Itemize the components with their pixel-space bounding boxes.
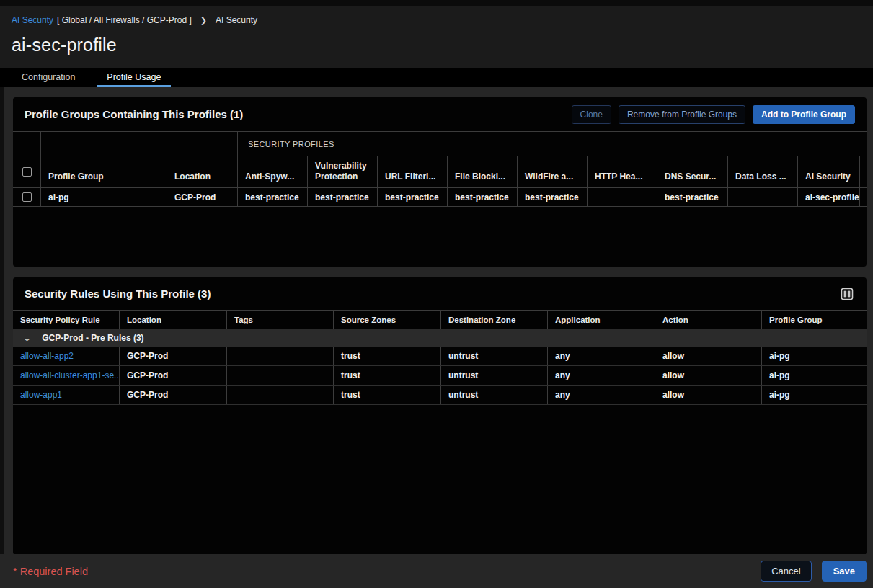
cell-destination-zone: untrust: [441, 366, 548, 385]
rule-link[interactable]: allow-app1: [20, 390, 62, 400]
profile-groups-panel: Profile Groups Containing This Profiles …: [13, 97, 867, 267]
rule-link[interactable]: allow-all-cluster-app1-se...: [20, 370, 120, 380]
column-header-ai-security[interactable]: AI Security: [798, 156, 860, 187]
footer-actions: Cancel Save: [761, 561, 867, 582]
cell-tags: [227, 366, 334, 385]
cell-ai-security: ai-sec-profile: [798, 188, 860, 206]
cell-action: allow: [655, 366, 762, 385]
save-button[interactable]: Save: [822, 561, 867, 582]
row-checkbox[interactable]: [22, 192, 32, 202]
profile-groups-panel-title: Profile Groups Containing This Profiles …: [25, 108, 572, 120]
app-window: AI Security [ Global / All Firewalls / G…: [0, 0, 873, 588]
rule-link[interactable]: allow-all-app2: [20, 351, 74, 361]
cell-location: GCP-Prod: [120, 386, 227, 404]
cell-profile-group: ai-pg: [762, 386, 867, 404]
add-to-profile-group-button[interactable]: Add to Profile Group: [753, 105, 855, 124]
table-row[interactable]: allow-all-app2 GCP-Prod trust untrust an…: [13, 347, 867, 366]
breadcrumb-current: AI Security: [216, 15, 257, 25]
security-profiles-group-label: SECURITY PROFILES: [238, 132, 867, 156]
column-header-tags[interactable]: Tags: [227, 311, 334, 329]
cell-profile-group: ai-pg: [762, 347, 867, 365]
column-header-source-zones[interactable]: Source Zones: [334, 311, 441, 329]
cell-source-zones: trust: [334, 347, 441, 365]
left-edge-strip: [0, 87, 4, 588]
column-header-action[interactable]: Action: [655, 311, 762, 329]
cell-application: any: [548, 386, 655, 404]
column-settings-icon[interactable]: [839, 286, 855, 302]
group-header-spacer: [13, 132, 41, 156]
cell-data-loss: [728, 188, 798, 206]
column-header-wildfire[interactable]: WildFire a...: [518, 156, 588, 187]
column-header-dns-security[interactable]: DNS Secur...: [657, 156, 728, 187]
breadcrumb: AI Security [ Global / All Firewalls / G…: [12, 12, 873, 28]
cancel-button[interactable]: Cancel: [761, 561, 811, 582]
content-area: Profile Groups Containing This Profiles …: [0, 87, 873, 588]
chevron-right-icon: ❯: [200, 16, 207, 25]
column-header-anti-spyware[interactable]: Anti-Spyw...: [238, 156, 308, 187]
column-header-security-policy-rule[interactable]: Security Policy Rule: [13, 311, 120, 329]
required-field-note: * Required Field: [13, 566, 761, 577]
cell-destination-zone: untrust: [441, 386, 548, 404]
row-filler: [860, 188, 867, 206]
cell-http-header: [588, 188, 657, 206]
column-header-profile-group[interactable]: Profile Group: [762, 311, 867, 329]
select-all-cell: [13, 156, 41, 187]
column-header-application[interactable]: Application: [548, 311, 655, 329]
column-header-location[interactable]: Location: [167, 156, 238, 187]
footer-bar: * Required Field Cancel Save: [0, 554, 873, 588]
clone-button[interactable]: Clone: [572, 105, 611, 124]
cell-action: allow: [655, 386, 762, 404]
rule-group-row[interactable]: ⌄ GCP-Prod - Pre Rules (3): [13, 329, 867, 347]
table-row[interactable]: ai-pg GCP-Prod best-practice best-practi…: [13, 187, 867, 207]
cell-location: GCP-Prod: [120, 347, 227, 365]
cell-location: GCP-Prod: [167, 188, 238, 206]
column-header-vulnerability-protection[interactable]: Vulnerability Protection: [308, 156, 378, 187]
cell-location: GCP-Prod: [120, 366, 227, 385]
cell-anti-spyware: best-practice: [238, 188, 308, 206]
security-rules-panel-title: Security Rules Using This Profile (3): [25, 288, 839, 300]
cell-application: any: [548, 366, 655, 385]
tab-bar: Configuration Profile Usage: [0, 68, 873, 87]
page-title: ai-sec-profile: [12, 35, 873, 55]
row-select-cell: [13, 188, 41, 206]
header-filler: [860, 156, 867, 187]
cell-profile-group: ai-pg: [762, 366, 867, 385]
remove-from-profile-groups-button[interactable]: Remove from Profile Groups: [619, 105, 745, 124]
table-row[interactable]: allow-all-cluster-app1-se... GCP-Prod tr…: [13, 366, 867, 386]
column-header-http-header[interactable]: HTTP Hea...: [588, 156, 657, 187]
cell-wildfire: best-practice: [518, 188, 588, 206]
breadcrumb-context: [ Global / All Firewalls / GCP-Prod ]: [57, 15, 192, 25]
security-rules-panel-header: Security Rules Using This Profile (3): [13, 277, 867, 310]
cell-destination-zone: untrust: [441, 347, 548, 365]
column-header-profile-group[interactable]: Profile Group: [41, 156, 167, 187]
cell-tags: [227, 347, 334, 365]
column-header-url-filtering[interactable]: URL Filteri...: [378, 156, 448, 187]
cell-tags: [227, 386, 334, 404]
column-header-file-blocking[interactable]: File Blocki...: [448, 156, 518, 187]
cell-url-filtering: best-practice: [378, 188, 448, 206]
tab-configuration[interactable]: Configuration: [12, 68, 85, 87]
tab-profile-usage[interactable]: Profile Usage: [97, 68, 171, 87]
cell-dns-security: best-practice: [657, 188, 728, 206]
security-rules-panel: Security Rules Using This Profile (3) Se…: [13, 277, 867, 555]
breadcrumb-link-ai-security[interactable]: AI Security: [12, 15, 53, 25]
table-row[interactable]: allow-app1 GCP-Prod trust untrust any al…: [13, 386, 867, 405]
security-profiles-group-header-row: SECURITY PROFILES: [13, 131, 867, 156]
cell-application: any: [548, 347, 655, 365]
top-strip: [0, 0, 873, 6]
chevron-down-icon[interactable]: ⌄: [23, 334, 32, 343]
profile-groups-panel-header: Profile Groups Containing This Profiles …: [13, 97, 867, 131]
column-header-location[interactable]: Location: [120, 311, 227, 329]
cell-profile-group: ai-pg: [41, 188, 167, 206]
column-header-destination-zone[interactable]: Destination Zone: [441, 311, 548, 329]
cell-source-zones: trust: [334, 366, 441, 385]
select-all-checkbox[interactable]: [22, 167, 32, 177]
profile-groups-actions: Clone Remove from Profile Groups Add to …: [572, 105, 855, 124]
security-rules-header-row: Security Policy Rule Location Tags Sourc…: [13, 310, 867, 329]
column-header-data-loss[interactable]: Data Loss ...: [728, 156, 798, 187]
cell-source-zones: trust: [334, 386, 441, 404]
rule-group-label: GCP-Prod - Pre Rules (3): [42, 333, 143, 343]
cell-vulnerability-protection: best-practice: [308, 188, 378, 206]
cell-action: allow: [655, 347, 762, 365]
cell-file-blocking: best-practice: [448, 188, 518, 206]
